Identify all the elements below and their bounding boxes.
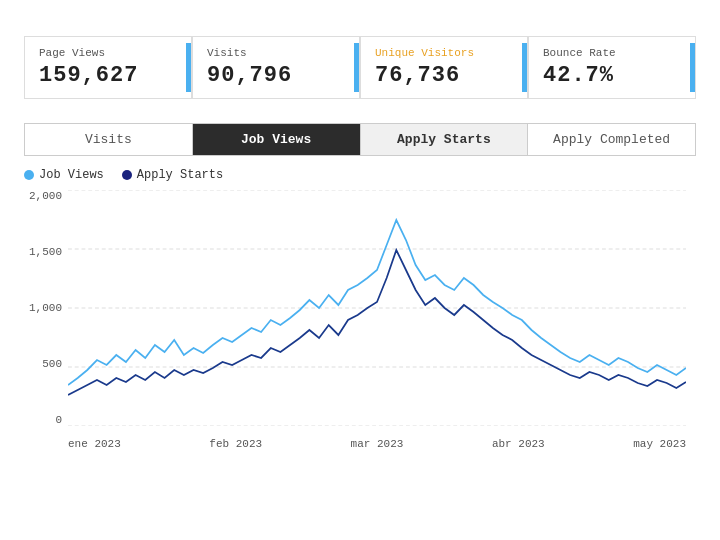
- kpi-card-page-views: Page Views 159,627: [24, 36, 192, 99]
- y-axis: 2,0001,5001,0005000: [24, 190, 66, 426]
- kpi-card-bounce-rate: Bounce Rate 42.7%: [528, 36, 696, 99]
- chart-area: [68, 190, 686, 426]
- kpi-row: Page Views 159,627 Visits 90,796 Unique …: [24, 36, 696, 99]
- kpi-label-unique-visitors: Unique Visitors: [375, 47, 513, 59]
- x-axis: ene 2023feb 2023mar 2023abr 2023may 2023: [68, 426, 686, 450]
- chart-svg: [68, 190, 686, 426]
- kpi-label-visits: Visits: [207, 47, 345, 59]
- x-axis-label: may 2023: [633, 438, 686, 450]
- y-axis-label: 1,500: [29, 246, 62, 258]
- chart-container: 2,0001,5001,0005000 ene 2023feb 2023mar …: [24, 190, 696, 450]
- kpi-value-unique-visitors: 76,736: [375, 63, 513, 88]
- kpi-value-bounce-rate: 42.7%: [543, 63, 681, 88]
- tab-apply-completed[interactable]: Apply Completed: [528, 124, 695, 155]
- kpi-label-bounce-rate: Bounce Rate: [543, 47, 681, 59]
- legend-dot-apply-starts-legend: [122, 170, 132, 180]
- kpi-value-visits: 90,796: [207, 63, 345, 88]
- legend-label-job-views-legend: Job Views: [39, 168, 104, 182]
- tab-job-views[interactable]: Job Views: [193, 124, 361, 155]
- tab-apply-starts[interactable]: Apply Starts: [361, 124, 529, 155]
- kpi-card-visits: Visits 90,796: [192, 36, 360, 99]
- kpi-card-unique-visitors: Unique Visitors 76,736: [360, 36, 528, 99]
- x-axis-label: ene 2023: [68, 438, 121, 450]
- kpi-label-page-views: Page Views: [39, 47, 177, 59]
- chart-legend: Job Views Apply Starts: [24, 168, 696, 182]
- legend-dot-job-views-legend: [24, 170, 34, 180]
- y-axis-label: 1,000: [29, 302, 62, 314]
- x-axis-label: feb 2023: [209, 438, 262, 450]
- y-axis-label: 2,000: [29, 190, 62, 202]
- y-axis-label: 500: [42, 358, 62, 370]
- tab-visits[interactable]: Visits: [25, 124, 193, 155]
- y-axis-label: 0: [55, 414, 62, 426]
- x-axis-label: abr 2023: [492, 438, 545, 450]
- legend-label-apply-starts-legend: Apply Starts: [137, 168, 223, 182]
- tabs-row: VisitsJob ViewsApply StartsApply Complet…: [24, 123, 696, 156]
- x-axis-label: mar 2023: [351, 438, 404, 450]
- legend-item-job-views-legend: Job Views: [24, 168, 104, 182]
- kpi-value-page-views: 159,627: [39, 63, 177, 88]
- legend-item-apply-starts-legend: Apply Starts: [122, 168, 223, 182]
